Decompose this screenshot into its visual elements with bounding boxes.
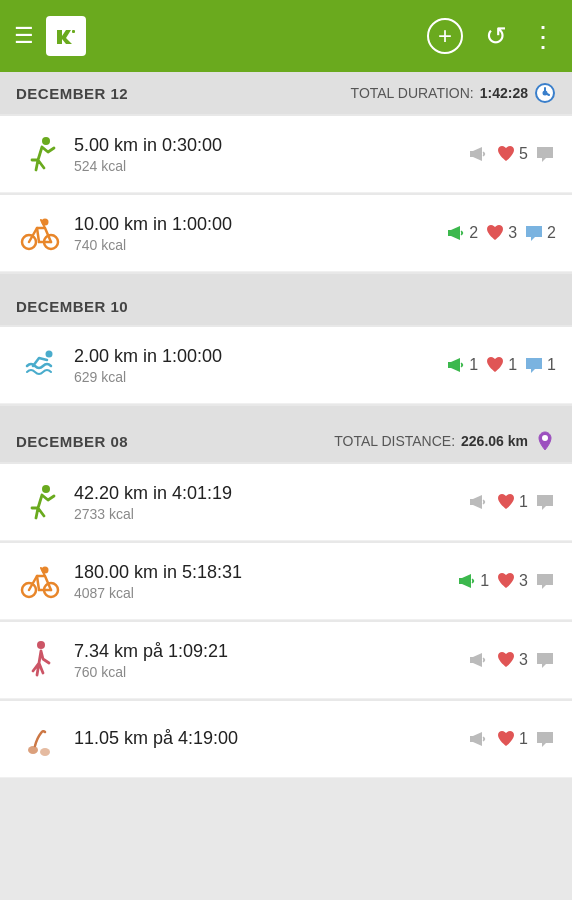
activity-distance: 180.00 km in 5:18:31 [74,562,446,583]
activity-kcal: 629 kcal [74,369,435,385]
activity-kcal: 740 kcal [74,237,435,253]
activity-info: 7.34 km på 1:09:21 760 kcal [74,641,457,680]
activity-card-walk1[interactable]: 7.34 km på 1:09:21 760 kcal 3 [0,622,572,699]
chat-reaction-inactive [534,728,556,750]
svg-rect-1 [72,30,75,33]
activity-card-run1[interactable]: 5.00 km in 0:30:00 524 kcal 5 [0,116,572,193]
activity-card-hike1[interactable]: 11.05 km på 4:19:00 1 [0,701,572,778]
chat-reaction-inactive [534,570,556,592]
section-meta-label: TOTAL DURATION: [351,85,474,101]
activity-type-icon [16,715,64,763]
activity-type-icon [16,130,64,178]
svg-point-4 [42,137,50,145]
heart-reaction: 5 [495,143,528,165]
svg-point-16 [40,748,50,756]
activity-kcal: 2733 kcal [74,506,457,522]
activity-info: 2.00 km in 1:00:00 629 kcal [74,346,435,385]
topbar: ☰ + ↻ ⋮ [0,0,572,72]
activity-reactions: 1 [467,491,556,513]
activity-distance: 5.00 km in 0:30:00 [74,135,457,156]
chat-reaction: 1 [523,354,556,376]
heart-reaction: 3 [495,649,528,671]
activity-info: 11.05 km på 4:19:00 [74,728,457,751]
activity-reactions: 1 [467,728,556,750]
topbar-actions: + ↻ ⋮ [427,18,558,54]
activity-reactions: 1 3 [456,570,556,592]
activity-info: 5.00 km in 0:30:00 524 kcal [74,135,457,174]
megaphone-reaction-inactive [467,491,489,513]
section-meta-value: 1:42:28 [480,85,528,101]
megaphone-reaction: 1 [445,354,478,376]
section-meta-value: 226.06 km [461,433,528,449]
activity-distance: 11.05 km på 4:19:00 [74,728,457,749]
activity-type-icon [16,209,64,257]
svg-point-3 [544,92,547,95]
activity-card-run2[interactable]: 42.20 km in 4:01:19 2733 kcal 1 [0,464,572,541]
app-logo [46,16,86,56]
section-header-dec10: DECEMBER 10 [0,288,572,325]
heart-reaction: 3 [484,222,517,244]
heart-reaction: 1 [495,491,528,513]
megaphone-reaction-inactive [467,649,489,671]
svg-point-10 [42,485,50,493]
activity-type-icon [16,636,64,684]
activity-type-icon [16,341,64,389]
megaphone-reaction-inactive [467,728,489,750]
more-button[interactable]: ⋮ [529,20,558,53]
activity-type-icon [16,478,64,526]
activity-card-bike1[interactable]: 10.00 km in 1:00:00 740 kcal 2 3 2 [0,195,572,272]
svg-point-15 [28,746,38,754]
section-date: DECEMBER 12 [16,85,128,102]
activity-reactions: 3 [467,649,556,671]
section-date: DECEMBER 08 [16,433,128,450]
chat-reaction-inactive [534,143,556,165]
activity-reactions: 5 [467,143,556,165]
heart-reaction: 1 [495,728,528,750]
activity-kcal: 524 kcal [74,158,457,174]
sections-container: DECEMBER 12 TOTAL DURATION: 1:42:28 5.00… [0,72,572,778]
activity-distance: 10.00 km in 1:00:00 [74,214,435,235]
activity-reactions: 2 3 2 [445,222,556,244]
section-meta: TOTAL DURATION: 1:42:28 [351,82,556,104]
section-meta-label: TOTAL DISTANCE: [334,433,455,449]
activity-kcal: 4087 kcal [74,585,446,601]
chat-reaction-inactive [534,491,556,513]
megaphone-reaction-inactive [467,143,489,165]
megaphone-reaction: 2 [445,222,478,244]
activity-distance: 7.34 km på 1:09:21 [74,641,457,662]
section-meta: TOTAL DISTANCE: 226.06 km [334,430,556,452]
activity-info: 42.20 km in 4:01:19 2733 kcal [74,483,457,522]
chat-reaction-inactive [534,649,556,671]
add-button[interactable]: + [427,18,463,54]
refresh-button[interactable]: ↻ [485,21,507,52]
section-date: DECEMBER 10 [16,298,128,315]
activity-distance: 42.20 km in 4:01:19 [74,483,457,504]
activity-kcal: 760 kcal [74,664,457,680]
activity-info: 180.00 km in 5:18:31 4087 kcal [74,562,446,601]
heart-reaction: 1 [484,354,517,376]
svg-point-8 [46,351,53,358]
menu-icon[interactable]: ☰ [14,23,34,49]
activity-info: 10.00 km in 1:00:00 740 kcal [74,214,435,253]
activity-distance: 2.00 km in 1:00:00 [74,346,435,367]
chat-reaction: 2 [523,222,556,244]
activity-card-bike2[interactable]: 180.00 km in 5:18:31 4087 kcal 1 3 [0,543,572,620]
activity-reactions: 1 1 1 [445,354,556,376]
activity-type-icon [16,557,64,605]
svg-point-9 [542,435,548,441]
svg-point-14 [37,641,45,649]
section-header-dec12: DECEMBER 12 TOTAL DURATION: 1:42:28 [0,72,572,114]
heart-reaction: 3 [495,570,528,592]
section-header-dec08: DECEMBER 08 TOTAL DISTANCE: 226.06 km [0,420,572,462]
megaphone-reaction: 1 [456,570,489,592]
activity-card-swim1[interactable]: 2.00 km in 1:00:00 629 kcal 1 1 1 [0,327,572,404]
